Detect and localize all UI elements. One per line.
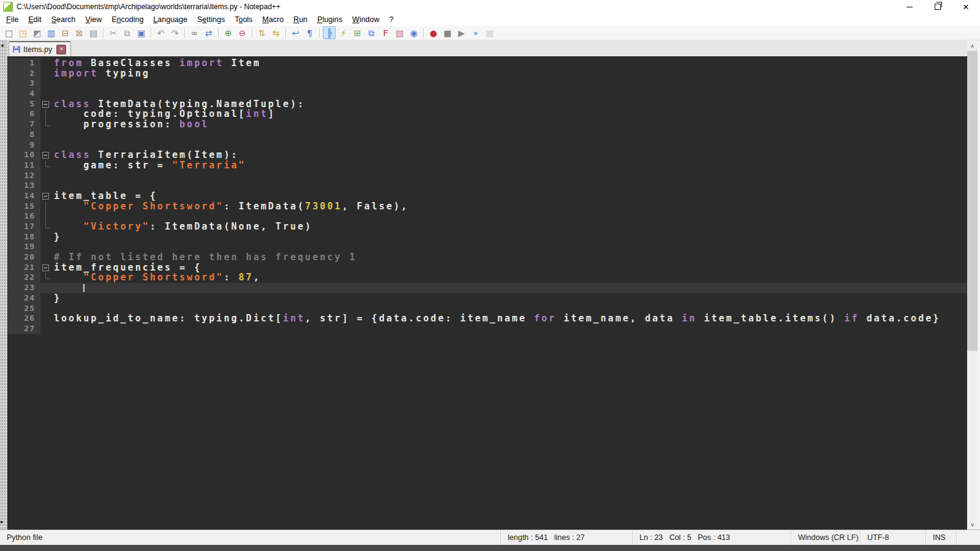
scroll-up-icon[interactable]: ∧ — [967, 40, 978, 51]
tab-items-py[interactable]: Items.py ✕ — [9, 41, 71, 56]
new-file-icon[interactable]: □ — [2, 26, 15, 39]
monitoring-document-icon[interactable]: F — [379, 26, 392, 39]
code-line[interactable]: 9 — [7, 140, 967, 151]
save-all-icon[interactable]: ▥ — [45, 26, 58, 39]
show-all-characters-icon[interactable]: ¶ — [303, 26, 316, 39]
code-line[interactable]: 12 — [7, 171, 967, 181]
toolbar: □◳◩▥⊟⊠▤✂⧉▣↶↷∞⇄⊕⊖⇅⇆↩¶╠⚡⊞⧉F▧◉●■▶»▦ — [0, 26, 980, 40]
code-line[interactable]: 26lookup_id_to_name: typing.Dict[int, st… — [7, 313, 967, 324]
save-file-icon[interactable]: ◩ — [31, 26, 43, 39]
menu-plugins[interactable]: Plugins — [312, 14, 347, 25]
playback-macro-icon[interactable]: ▶ — [455, 26, 468, 39]
scrollbar-thumb[interactable] — [967, 51, 978, 351]
undo-icon[interactable]: ↶ — [154, 26, 167, 39]
document-map-icon[interactable]: ⊞ — [351, 26, 364, 39]
code-line[interactable]: 8 — [7, 130, 967, 140]
code-line[interactable]: 14item_table = { — [7, 191, 967, 201]
folder-as-workspace-icon[interactable]: ▧ — [393, 26, 406, 39]
code-line[interactable]: 6 code: typing.Optional[int] — [7, 109, 967, 119]
paste-icon[interactable]: ▣ — [135, 26, 148, 39]
copy-icon[interactable]: ⧉ — [121, 26, 134, 39]
scroll-down-icon[interactable]: ∨ — [967, 519, 978, 530]
code-line[interactable]: 27 — [7, 324, 967, 334]
code-text: item_table = { — [53, 191, 967, 201]
zoom-out-icon[interactable]: ⊖ — [236, 26, 249, 39]
close-button[interactable]: ✕ — [952, 0, 980, 13]
fold-margin — [40, 201, 53, 212]
code-line[interactable]: 5class ItemData(typing.NamedTuple): — [7, 99, 967, 110]
scrollbar-track[interactable] — [967, 51, 978, 519]
code-line[interactable]: 7 progression: bool — [7, 119, 967, 130]
code-line[interactable]: 24} — [7, 293, 967, 304]
menu-search[interactable]: Search — [47, 14, 81, 25]
restore-button[interactable] — [924, 0, 952, 13]
menu-settings[interactable]: Settings — [192, 14, 230, 25]
run-macro-multiple-times-icon[interactable]: » — [469, 26, 482, 39]
open-file-icon[interactable]: ◳ — [17, 26, 29, 39]
vertical-scrollbar[interactable]: ∧ ∨ — [967, 40, 978, 530]
code-line[interactable]: 16 — [7, 211, 967, 222]
fold-collapse-icon[interactable] — [40, 191, 53, 201]
menu-run[interactable]: Run — [288, 14, 312, 25]
code-line[interactable]: 3 — [7, 78, 967, 89]
document-list-icon[interactable]: ⧉ — [365, 26, 378, 39]
code-editor[interactable]: 1from BaseClasses import Item2import typ… — [7, 56, 967, 530]
status-encoding: UTF-8 — [861, 530, 926, 545]
menu-help[interactable]: ? — [385, 14, 399, 25]
show-indent-guide-icon[interactable]: ╠ — [323, 26, 336, 39]
fold-collapse-icon[interactable] — [40, 150, 53, 160]
print-icon[interactable]: ▤ — [87, 26, 100, 39]
code-line[interactable]: 23 — [7, 283, 967, 293]
tab-close-icon[interactable]: ✕ — [56, 45, 66, 54]
close-file-icon[interactable]: ⊟ — [59, 26, 72, 39]
dock-expand-right-icon[interactable]: ▸ — [1, 519, 4, 525]
menu-language[interactable]: Language — [148, 14, 192, 25]
code-line[interactable]: 13 — [7, 181, 967, 191]
function-list-icon[interactable]: ⚡ — [337, 26, 350, 39]
minimize-button[interactable] — [895, 0, 924, 13]
cut-icon[interactable]: ✂ — [107, 26, 119, 39]
code-line[interactable]: 17 "Victory": ItemData(None, True) — [7, 222, 967, 232]
redo-icon[interactable]: ↷ — [168, 26, 181, 39]
sync-scroll-horizontal-icon[interactable]: ⇆ — [270, 26, 282, 39]
zoom-in-icon[interactable]: ⊕ — [222, 26, 235, 39]
menu-encoding[interactable]: Encoding — [107, 14, 148, 25]
code-line[interactable]: 25 — [7, 304, 967, 314]
close-all-files-icon[interactable]: ⊠ — [73, 26, 86, 39]
code-line[interactable]: 4 — [7, 89, 967, 99]
line-number: 20 — [7, 252, 40, 263]
sync-scroll-vertical-icon[interactable]: ⇅ — [255, 26, 268, 39]
code-line[interactable]: 19 — [7, 242, 967, 252]
stop-recording-icon[interactable]: ■ — [441, 26, 454, 39]
code-text — [53, 304, 967, 314]
dock-panel-strip[interactable]: ◂ ▸ — [0, 40, 7, 530]
save-recorded-macro-icon[interactable]: ▦ — [483, 26, 496, 39]
menu-macro[interactable]: Macro — [257, 14, 288, 25]
menu-bar: FileEditSearchViewEncodingLanguageSettin… — [0, 13, 980, 26]
window-right-edge — [978, 40, 980, 530]
toolbar-separator — [285, 28, 286, 38]
code-line[interactable]: 20# If not listed here then has frequenc… — [7, 252, 967, 263]
word-wrap-icon[interactable]: ↩ — [289, 26, 302, 39]
code-line[interactable]: 15 "Copper Shortsword": ItemData(73001, … — [7, 201, 967, 212]
line-number: 10 — [7, 150, 40, 160]
code-line[interactable]: 10class TerrariaItem(Item): — [7, 150, 967, 160]
code-line[interactable]: 21item_frequencies = { — [7, 263, 967, 273]
menu-edit[interactable]: Edit — [23, 14, 47, 25]
record-macro-icon[interactable]: ● — [427, 26, 440, 39]
code-line[interactable]: 1from BaseClasses import Item — [7, 58, 967, 69]
fold-collapse-icon[interactable] — [40, 99, 53, 110]
menu-window[interactable]: Window — [347, 14, 384, 25]
fold-collapse-icon[interactable] — [40, 263, 53, 273]
menu-tools[interactable]: Tools — [230, 14, 257, 25]
menu-file[interactable]: File — [1, 14, 23, 25]
dock-collapse-left-icon[interactable]: ◂ — [1, 43, 4, 48]
find-icon[interactable]: ∞ — [188, 26, 201, 39]
code-line[interactable]: 2import typing — [7, 69, 967, 79]
view-eye-icon[interactable]: ◉ — [407, 26, 420, 39]
replace-icon[interactable]: ⇄ — [202, 26, 215, 39]
menu-view[interactable]: View — [80, 14, 107, 25]
code-line[interactable]: 22 "Copper Shortsword": 87, — [7, 272, 967, 283]
code-line[interactable]: 11 game: str = "Terraria" — [7, 160, 967, 171]
code-line[interactable]: 18} — [7, 232, 967, 242]
